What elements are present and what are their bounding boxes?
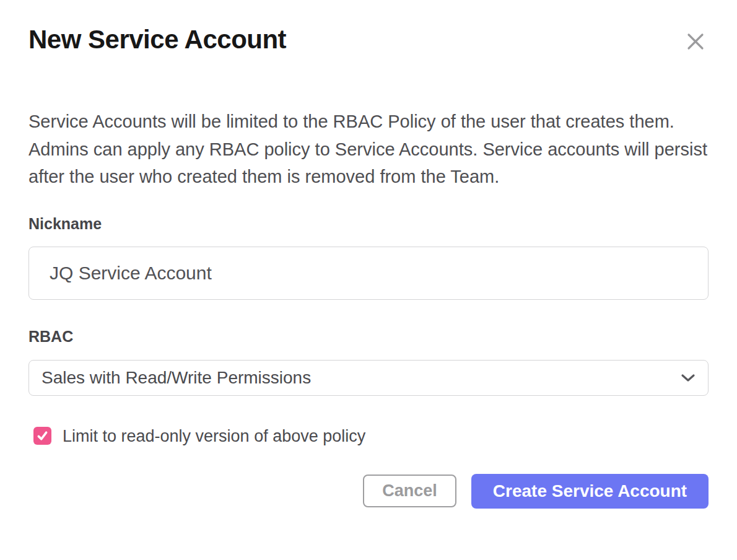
modal-description: Service Accounts will be limited to the … — [28, 108, 709, 191]
rbac-select[interactable]: Sales with Read/Write Permissions — [28, 360, 709, 396]
cancel-button[interactable]: Cancel — [363, 475, 456, 507]
create-service-account-button[interactable]: Create Service Account — [471, 474, 709, 509]
readonly-checkbox[interactable] — [33, 427, 51, 445]
rbac-selected-value: Sales with Read/Write Permissions — [41, 368, 311, 388]
close-icon — [686, 32, 705, 51]
nickname-input[interactable] — [28, 247, 709, 300]
modal-footer: Cancel Create Service Account — [28, 474, 709, 509]
readonly-checkbox-label: Limit to read-only version of above poli… — [63, 426, 365, 446]
rbac-label: RBAC — [28, 327, 709, 346]
close-button[interactable] — [682, 28, 709, 55]
chevron-down-icon — [681, 374, 696, 382]
new-service-account-modal: New Service Account Service Accounts wil… — [0, 0, 737, 560]
readonly-checkbox-row[interactable]: Limit to read-only version of above poli… — [33, 426, 709, 446]
modal-header: New Service Account — [28, 0, 709, 56]
modal-title: New Service Account — [28, 24, 286, 56]
checkmark-icon — [36, 429, 49, 442]
nickname-label: Nickname — [28, 214, 709, 233]
